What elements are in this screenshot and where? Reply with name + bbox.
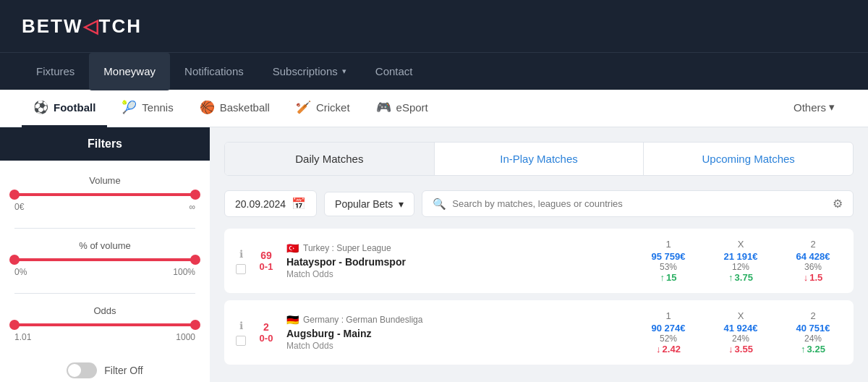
nav-contact[interactable]: Contact [361,53,427,90]
filters-sidebar: Filters Volume 0€ ∞ % of volume [0,127,210,382]
search-bar: 🔍 ⚙ [422,190,854,217]
tab-inplay-matches[interactable]: In-Play Matches [435,143,644,175]
header: BETW◁TCH [0,0,868,52]
volume-pct-range-labels: 0% 100% [14,267,195,277]
volume-pct-label: % of volume [14,240,195,251]
sport-tab-esport[interactable]: 🎮 eSport [365,90,440,127]
volume-pct-filter: % of volume 0% 100% [0,233,210,289]
match-controls-col: ℹ [236,320,246,346]
match-teams: Hatayspor - Bodrumspor [286,256,629,268]
toggle-knob [68,364,81,377]
odds-slider[interactable] [14,323,195,326]
filters-title: Filters [0,127,210,161]
search-input[interactable] [452,198,827,209]
odds-col-1: 1 90 274€ 52% 2.42 [639,310,697,355]
match-checkbox[interactable] [236,336,246,346]
match-flag: 🇹🇷 [286,242,299,254]
basketball-icon: 🏀 [200,100,215,115]
main-content: Daily Matches In-Play Matches Upcoming M… [210,127,868,382]
match-details: 🇩🇪 Germany : German Bundesliga Augsburg … [286,314,629,351]
nav-notifications[interactable]: Notifications [170,53,258,90]
others-chevron-icon: ▾ [829,101,835,114]
match-teams: Augsburg - Mainz [286,328,629,339]
odds-filter: Odds 1.01 1000 [0,298,210,354]
nav-fixtures[interactable]: Fixtures [22,53,89,90]
sport-tab-cricket[interactable]: 🏏 Cricket [284,90,362,127]
sport-tab-football[interactable]: ⚽ Football [22,90,107,127]
cricket-icon: 🏏 [296,100,311,115]
subscriptions-chevron: ▾ [342,67,346,76]
match-score: 0-0 [260,333,273,344]
odds-label: Odds [14,305,195,316]
settings-icon[interactable]: ⚙ [833,197,843,211]
esport-icon: 🎮 [376,100,391,115]
odds-col-2: 2 64 428€ 36% 1.5 [784,239,842,283]
date-value: 20.09.2024 [235,198,286,210]
volume-slider[interactable] [14,193,195,196]
nav-moneyway[interactable]: Moneyway [89,53,170,90]
match-row: ℹ 2 0-0 🇩🇪 Germany : German Bundesliga A… [224,300,854,365]
popular-bets-dropdown[interactable]: Popular Bets ▾ [324,192,414,216]
logo: BETW◁TCH [22,15,142,38]
search-icon: 🔍 [433,198,446,211]
tennis-icon: 🎾 [122,100,137,115]
filter-toggle-label: Filter Off [104,365,142,376]
divider-2 [14,293,195,294]
odds-col-1: 1 95 759€ 53% 15 [639,239,697,283]
info-icon[interactable]: ℹ [239,320,243,331]
match-score: 0-1 [260,261,273,272]
match-market-type: Match Odds [286,269,629,279]
match-checkbox[interactable] [236,264,246,274]
filter-toggle-row: Filter Off [0,354,210,378]
nav-subscriptions[interactable]: Subscriptions ▾ [258,53,361,90]
calendar-icon: 📅 [292,197,306,211]
match-details: 🇹🇷 Turkey : Super League Hatayspor - Bod… [286,242,629,279]
match-controls-col: ℹ [236,248,246,274]
tab-upcoming-matches[interactable]: Upcoming Matches [644,143,853,175]
controls-row: 20.09.2024 📅 Popular Bets ▾ 🔍 ⚙ [224,190,854,217]
volume-label: Volume [14,175,195,186]
match-league: 🇩🇪 Germany : German Bundesliga [286,314,629,326]
sport-tabs-bar: ⚽ Football 🎾 Tennis 🏀 Basketball 🏏 Crick… [0,90,868,127]
odds-col-x: X 41 924€ 24% 3.55 [712,310,770,355]
match-number: 2 [263,321,269,333]
sport-tab-others[interactable]: Others ▾ [782,90,846,127]
tab-daily-matches[interactable]: Daily Matches [225,143,435,175]
info-icon[interactable]: ℹ [239,248,243,260]
match-row: ℹ 69 0-1 🇹🇷 Turkey : Super League Hatays… [224,229,854,293]
football-icon: ⚽ [33,100,48,115]
odds-range-labels: 1.01 1000 [14,332,195,342]
filter-toggle[interactable] [67,362,97,378]
sport-tab-basketball[interactable]: 🏀 Basketball [188,90,281,127]
odds-col-2: 2 40 751€ 24% 3.25 [784,310,842,355]
match-market-type: Match Odds [286,341,629,351]
volume-range-labels: 0€ ∞ [14,202,195,212]
main-layout: Filters Volume 0€ ∞ % of volume [0,127,868,382]
odds-group: 1 95 759€ 53% 15 X 21 191€ 12% 3.75 2 64… [639,239,842,283]
volume-filter: Volume 0€ ∞ [0,168,210,224]
divider-1 [14,228,195,229]
match-number: 69 [260,250,272,261]
match-tabs-bar: Daily Matches In-Play Matches Upcoming M… [224,142,854,176]
volume-pct-slider[interactable] [14,258,195,261]
logo-arrow: ◁ [83,15,99,37]
popular-bets-chevron-icon: ▾ [399,198,404,210]
main-nav: Fixtures Moneyway Notifications Subscrip… [0,52,868,90]
date-picker[interactable]: 20.09.2024 📅 [224,190,317,217]
sport-tab-tennis[interactable]: 🎾 Tennis [110,90,184,127]
odds-col-x: X 21 191€ 12% 3.75 [712,239,770,283]
match-flag: 🇩🇪 [286,314,299,326]
odds-group: 1 90 274€ 52% 2.42 X 41 924€ 24% 3.55 2 … [639,310,842,355]
match-league: 🇹🇷 Turkey : Super League [286,242,629,254]
